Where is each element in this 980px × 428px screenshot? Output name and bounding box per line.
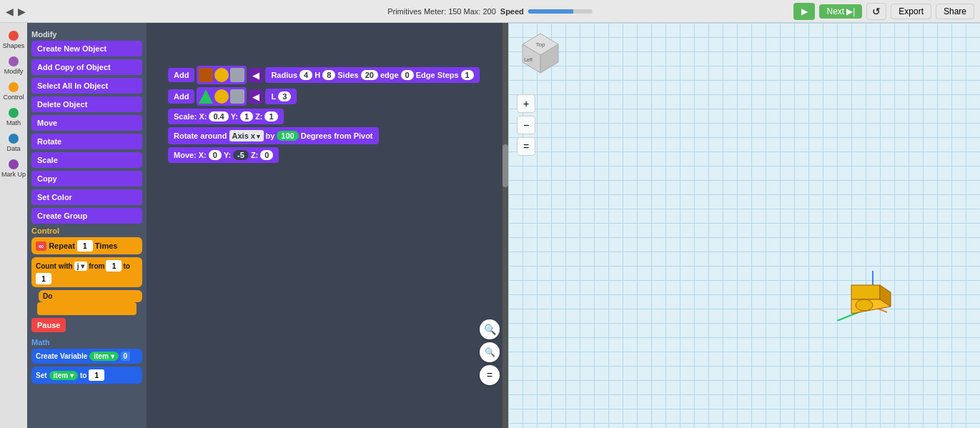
do-body (37, 302, 137, 315)
count-from-label: from (89, 262, 104, 270)
x-scale-value[interactable]: 0.4 (209, 111, 228, 121)
refresh-button[interactable]: ↺ (866, 3, 886, 20)
sidebar-item-modify[interactable]: Modify (3, 54, 25, 77)
add-label-2: Add (174, 92, 189, 101)
blocks-panel: Modify Create New Object Add Copy of Obj… (27, 23, 147, 428)
math-section-label: Math (31, 338, 142, 347)
times-label: Times (95, 242, 118, 250)
data-label: Data (6, 145, 20, 152)
do-label: Do (43, 292, 52, 300)
count-from-input[interactable] (106, 260, 122, 272)
cylinder-shape-icon-2[interactable] (230, 89, 244, 104)
forward-icon[interactable]: ▶ (18, 6, 26, 17)
share-label: Share (944, 6, 966, 16)
sidebar-item-data[interactable]: Data (5, 131, 21, 154)
copy-button[interactable]: Copy (31, 171, 142, 186)
axis-select[interactable]: Axis x (229, 130, 264, 141)
sidebar-item-shapes[interactable]: Shapes (1, 29, 26, 51)
canvas-zoom-in-button[interactable]: 🔍 (480, 319, 500, 339)
sides-label: Sides (337, 71, 358, 79)
primitives-label: Primitives Meter: 150 Max: 200 (387, 7, 496, 16)
sidebar-item-markup[interactable]: Mark Up (0, 157, 27, 180)
sphere-shape-icon[interactable] (214, 68, 229, 82)
item-value-badge: 0 (121, 352, 131, 361)
sphere-shape-icon-2[interactable] (214, 89, 229, 104)
cylinder-shape-icon[interactable] (230, 68, 244, 82)
create-group-button[interactable]: Create Group (31, 208, 142, 224)
add-block-1: Add (168, 68, 194, 82)
radius-value[interactable]: 4 (300, 70, 312, 80)
next-button[interactable]: Next ▶| (819, 4, 862, 19)
shape-left-arrow-1[interactable]: ◀ (249, 68, 263, 83)
h-value[interactable]: 8 (322, 70, 335, 80)
canvas-scrollbar[interactable] (503, 23, 508, 428)
delete-object-button[interactable]: Delete Object (31, 96, 142, 112)
radius-label: Radius (271, 71, 297, 79)
cone-shape-icon[interactable] (199, 89, 213, 104)
play-icon: ▶ (801, 6, 808, 16)
shape-left-arrow-2[interactable]: ◀ (249, 89, 263, 104)
next-label: Next (826, 6, 844, 16)
canvas-zoom-out-button[interactable]: 🔍 (480, 342, 500, 362)
rotate-label: Rotate around (174, 131, 227, 140)
repeat-value-input[interactable] (77, 240, 93, 252)
topbar: ◀ ▶ Primitives Meter: 150 Max: 200 Speed… (0, 0, 980, 23)
export-button[interactable]: Export (891, 4, 931, 19)
shapes-label: Shapes (3, 42, 25, 49)
set-color-button[interactable]: Set Color (31, 189, 142, 205)
speed-slider[interactable] (528, 9, 593, 14)
sidebar-item-control[interactable]: Control (1, 80, 25, 103)
control-label: Control (3, 94, 24, 101)
z-move-value[interactable]: 0 (260, 150, 273, 160)
add-row-1: Add ◀ Radius 4 H 8 Sides 20 edge 0 (168, 66, 480, 84)
add-row-2: Add ◀ L 3 (168, 87, 480, 106)
cube-shape-icon[interactable] (199, 68, 213, 82)
move-button[interactable]: Move (31, 115, 142, 131)
degrees-value[interactable]: 100 (277, 131, 298, 141)
x-move-value[interactable]: 0 (209, 150, 222, 160)
control-section-label: Control (31, 227, 142, 235)
add-label-1: Add (174, 71, 189, 79)
vp-zoom-out-button[interactable]: − (517, 116, 535, 134)
vp-zoom-reset-button[interactable]: = (517, 137, 535, 156)
edge-steps-value[interactable]: 1 (461, 70, 474, 80)
degrees-label: Degrees (301, 131, 332, 140)
rotate-button[interactable]: Rotate (31, 134, 142, 149)
share-button[interactable]: Share (936, 4, 974, 19)
canvas-zoom-reset-button[interactable]: = (480, 365, 500, 385)
pause-label: Pause (37, 321, 60, 329)
scrollbar-thumb[interactable] (503, 144, 508, 187)
add-copy-of-object-button[interactable]: Add Copy of Object (31, 59, 142, 75)
viewport-grid (508, 23, 980, 428)
count-to-input[interactable] (36, 273, 51, 284)
create-new-object-button[interactable]: Create New Object (31, 41, 142, 56)
l-value[interactable]: 3 (278, 91, 291, 101)
sidebar-item-math[interactable]: Math (5, 106, 22, 129)
item-badge[interactable]: item ▾ (89, 352, 118, 361)
scale-button[interactable]: Scale (31, 152, 142, 168)
y-scale-value[interactable]: 1 (240, 111, 253, 121)
edge-steps-label: Edge Steps (416, 71, 459, 79)
select-all-in-object-button[interactable]: Select All In Object (31, 78, 142, 94)
vp-zoom-in-button[interactable]: + (517, 94, 535, 113)
next-icon: ▶| (846, 6, 855, 16)
edge-value[interactable]: 0 (401, 70, 414, 80)
play-button[interactable]: ▶ (793, 3, 815, 20)
radius-block: Radius 4 H 8 Sides 20 edge 0 Edge Steps … (265, 67, 479, 83)
back-icon[interactable]: ◀ (6, 6, 14, 17)
l-block: L 3 (265, 89, 297, 104)
count-var-select[interactable]: j ▾ (74, 262, 88, 271)
y-move-value[interactable]: -5 (233, 150, 249, 160)
svg-text:Top: Top (536, 41, 545, 48)
set-to-input[interactable] (89, 369, 104, 381)
svg-text:Left: Left (524, 57, 533, 62)
sides-value[interactable]: 20 (361, 70, 378, 80)
set-var-badge[interactable]: item ▾ (49, 371, 78, 380)
cube-nav-widget[interactable]: Top Left (515, 30, 565, 80)
z-label-scale: Z: (255, 112, 262, 121)
modify-label: Modify (4, 68, 24, 75)
shape-selector-2 (197, 87, 247, 106)
pause-block[interactable]: Pause (31, 318, 66, 332)
x-label-move: X: (199, 151, 207, 159)
z-scale-value[interactable]: 1 (264, 111, 277, 121)
